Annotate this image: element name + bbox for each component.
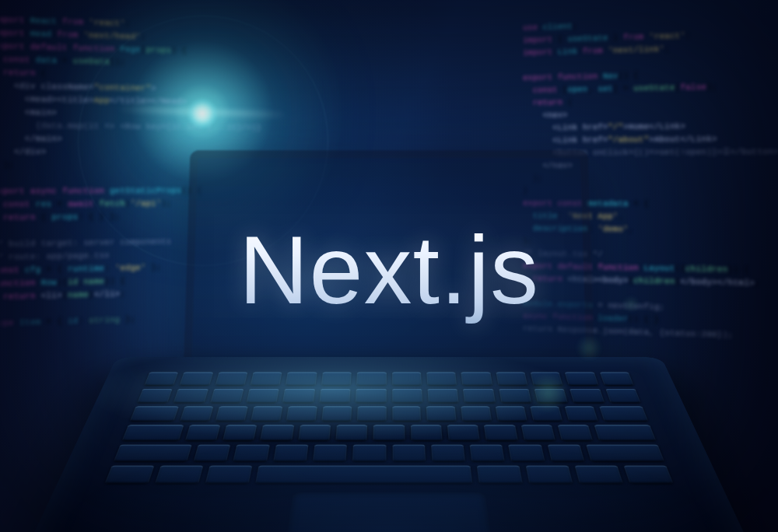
lens-flare [185, 96, 219, 131]
title-text: Next.js [239, 215, 539, 325]
hero-image: import React from 'react'; import Head f… [0, 0, 778, 532]
lens-ghost [529, 373, 568, 412]
lens-ghost [622, 296, 640, 313]
lens-ghost [576, 334, 602, 361]
desk-glow [0, 392, 778, 532]
